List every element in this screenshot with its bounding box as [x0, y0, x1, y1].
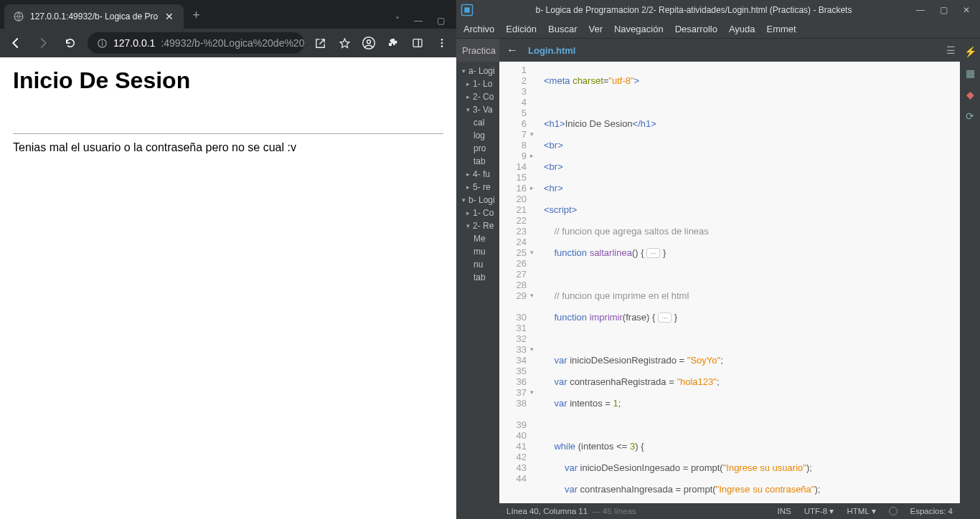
tree-item[interactable]: nu: [456, 258, 499, 271]
info-icon[interactable]: [96, 37, 108, 49]
back-button[interactable]: [6, 33, 26, 53]
svg-point-3: [101, 40, 103, 42]
page-divider: [13, 133, 443, 134]
window-title: b- Logica de Programacion 2/2- Repita-at…: [476, 5, 911, 15]
browser-window-controls: ˅ — ▢: [390, 9, 456, 29]
plugin-icon[interactable]: ◆: [966, 89, 974, 100]
svg-point-9: [441, 42, 443, 44]
new-tab-button[interactable]: +: [184, 5, 209, 29]
status-bar: Línea 40, Columna 11 — 45 líneas INS UTF…: [499, 503, 960, 519]
tree-item[interactable]: ▾3- Va: [456, 103, 499, 116]
tree-item[interactable]: ▸4- fu: [456, 168, 499, 181]
browser-tab[interactable]: 127.0.0.1:49932/b- Logica de Pro ✕: [4, 4, 184, 29]
indentation[interactable]: Espacios: 4: [910, 507, 953, 515]
brackets-window: b- Logica de Programacion 2/2- Repita-at…: [456, 0, 980, 519]
share-icon[interactable]: [311, 34, 329, 52]
language-mode[interactable]: HTML ▾: [847, 506, 875, 516]
tree-item[interactable]: ▾b- Logi: [456, 194, 499, 206]
editor-main: ← Login.html ☰ 1234567891415162021222324…: [499, 39, 960, 519]
menu-bar: Archivo Edición Buscar Ver Navegación De…: [456, 20, 980, 39]
nav-back-icon[interactable]: ←: [504, 44, 521, 57]
sidebar-header[interactable]: Practica: [456, 39, 499, 62]
page-heading: Inicio De Sesion: [13, 67, 443, 94]
globe-icon: [13, 11, 24, 22]
browser-tab-bar: 127.0.0.1:49932/b- Logica de Pro ✕ + ˅ —…: [0, 0, 456, 29]
menu-emmet[interactable]: Emmet: [767, 24, 796, 34]
tree-item[interactable]: ▸1- Co: [456, 206, 499, 219]
tree-item[interactable]: tab: [456, 155, 499, 168]
minimize-icon[interactable]: —: [911, 5, 930, 15]
right-toolbar: ⚡ ▦ ◆ ⟳: [960, 39, 980, 519]
maximize-icon[interactable]: ▢: [431, 13, 451, 29]
url-bar[interactable]: 127.0.0.1:49932/b-%20Logica%20de%20Progr…: [88, 32, 304, 54]
status-circle-icon[interactable]: [889, 507, 897, 515]
extensions-icon[interactable]: [385, 34, 402, 52]
open-file-tab[interactable]: Login.html: [528, 45, 575, 56]
tree-item[interactable]: log: [456, 129, 499, 142]
url-path: :49932/b-%20Logica%20de%20Program...: [161, 37, 304, 49]
tree-item[interactable]: ▾2- Re: [456, 219, 499, 232]
tree-item[interactable]: tab: [456, 271, 499, 284]
menu-edicion[interactable]: Edición: [506, 24, 537, 34]
refresh-icon[interactable]: ⟳: [966, 110, 974, 122]
file-sidebar: Practica ▾a- Logi▸1- Lo▸2- Co▾3- Vacallo…: [456, 39, 499, 519]
reload-icon: [64, 37, 77, 49]
menu-ver[interactable]: Ver: [588, 24, 603, 34]
svg-rect-6: [413, 39, 422, 47]
svg-point-8: [441, 39, 443, 41]
reload-button[interactable]: [60, 33, 80, 53]
tree-item[interactable]: ▸5- re: [456, 181, 499, 194]
menu-desarrollo[interactable]: Desarrollo: [675, 24, 717, 34]
close-icon[interactable]: ✕: [957, 5, 976, 15]
encoding[interactable]: UTF-8 ▾: [804, 506, 834, 516]
side-panel-icon[interactable]: [409, 34, 426, 52]
arrow-left-icon: [9, 37, 22, 49]
window-controls: — ▢ ✕: [911, 5, 976, 15]
tree-item[interactable]: ▸2- Co: [456, 90, 499, 103]
code-area[interactable]: <meta charset="utf-8"> <h1>Inicio De Ses…: [532, 62, 960, 503]
cursor-position[interactable]: Línea 40, Columna 11: [507, 507, 588, 515]
brackets-logo-icon: [461, 4, 473, 16]
tree-item[interactable]: Me: [456, 232, 499, 245]
forward-button[interactable]: [33, 33, 53, 53]
panel-menu-icon[interactable]: ☰: [946, 44, 956, 56]
menu-ayuda[interactable]: Ayuda: [729, 24, 755, 34]
extension-manager-icon[interactable]: ▦: [966, 67, 975, 79]
svg-point-10: [441, 45, 443, 47]
browser-toolbar: 127.0.0.1:49932/b-%20Logica%20de%20Progr…: [0, 29, 456, 57]
insert-mode[interactable]: INS: [778, 507, 791, 515]
brackets-titlebar: b- Logica de Programacion 2/2- Repita-at…: [456, 0, 980, 20]
line-count: — 45 líneas: [592, 507, 636, 515]
live-preview-icon[interactable]: ⚡: [964, 46, 976, 57]
browser-window: 127.0.0.1:49932/b- Logica de Pro ✕ + ˅ —…: [0, 0, 456, 519]
chevron-down-icon[interactable]: ˅: [390, 13, 405, 29]
menu-navegacion[interactable]: Navegación: [614, 24, 664, 34]
menu-archivo[interactable]: Archivo: [463, 24, 494, 34]
arrow-right-icon: [37, 37, 50, 49]
brackets-body: Practica ▾a- Logi▸1- Lo▸2- Co▾3- Vacallo…: [456, 39, 980, 519]
profile-icon[interactable]: [360, 34, 377, 52]
tree-item[interactable]: ▸1- Lo: [456, 77, 499, 90]
maximize-icon[interactable]: ▢: [934, 5, 953, 15]
url-host: 127.0.0.1: [113, 37, 155, 49]
tab-title: 127.0.0.1:49932/b- Logica de Pro: [30, 11, 158, 22]
menu-icon[interactable]: [433, 34, 451, 52]
page-message: Tenias mal el usuario o la contraseña pe…: [13, 141, 443, 154]
tree-item[interactable]: ▾a- Logi: [456, 65, 499, 77]
file-tree[interactable]: ▾a- Logi▸1- Lo▸2- Co▾3- Vacallogprotab▸4…: [456, 62, 499, 287]
tree-item[interactable]: cal: [456, 116, 499, 129]
editor-tabs: ← Login.html ☰: [499, 39, 960, 62]
star-icon[interactable]: [336, 34, 353, 52]
menu-buscar[interactable]: Buscar: [548, 24, 577, 34]
svg-rect-12: [464, 7, 470, 13]
page-content: Inicio De Sesion Tenias mal el usuario o…: [0, 57, 456, 519]
svg-point-5: [367, 40, 371, 44]
tab-close-icon[interactable]: ✕: [164, 11, 175, 22]
tree-item[interactable]: mu: [456, 245, 499, 258]
line-gutter: 12345678914151620212223242526272829 3031…: [499, 62, 532, 503]
code-editor[interactable]: 12345678914151620212223242526272829 3031…: [499, 62, 960, 503]
tree-item[interactable]: pro: [456, 142, 499, 155]
minimize-icon[interactable]: —: [408, 13, 428, 29]
